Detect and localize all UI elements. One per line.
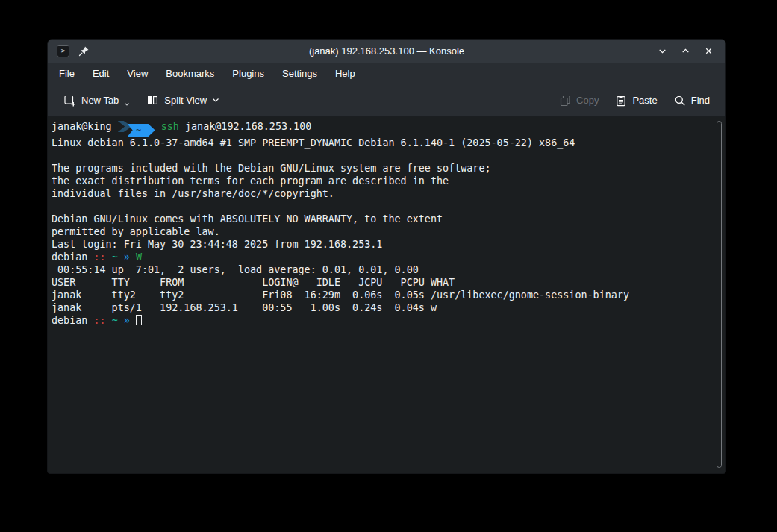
terminal-view[interactable]: janak@king ~ ssh janak@192.168.253.100Li… (48, 117, 725, 473)
split-view-icon (146, 94, 159, 107)
paste-button[interactable]: Paste (610, 90, 662, 111)
scrollbar-thumb[interactable] (717, 121, 722, 468)
konsole-app-icon[interactable]: > (57, 45, 69, 57)
new-tab-button[interactable]: New Tab (58, 90, 135, 111)
terminal-line: USER TTY FROM LOGIN@ IDLE JCPU PCPU WHAT (52, 276, 712, 289)
terminal-line: the exact distribution terms for each pr… (52, 175, 712, 187)
paste-label: Paste (632, 95, 657, 106)
terminal-line (52, 200, 712, 213)
menu-plugins[interactable]: Plugins (223, 63, 273, 84)
copy-button[interactable]: Copy (554, 90, 604, 111)
find-button[interactable]: Find (669, 90, 715, 111)
terminal-line: debian :: ~ » W (52, 251, 712, 263)
terminal-line: janak@king ~ ssh janak@192.168.253.100 (52, 120, 712, 137)
search-icon (674, 95, 686, 107)
split-view-label: Split View (164, 95, 207, 106)
konsole-window: > (janak) 192.168.253.100 — Konsole File… (47, 39, 726, 474)
terminal-line: The programs included with the Debian GN… (52, 162, 712, 175)
new-tab-label: New Tab (81, 95, 119, 106)
terminal-line: Linux debian 6.1.0-37-amd64 #1 SMP PREEM… (52, 137, 712, 149)
terminal-line: Debian GNU/Linux comes with ABSOLUTELY N… (52, 213, 712, 225)
terminal-line (52, 149, 712, 162)
menu-bookmarks[interactable]: Bookmarks (157, 63, 223, 84)
split-view-button[interactable]: Split View (141, 90, 225, 111)
paste-icon (615, 95, 627, 107)
toolbar: New Tab Split View (48, 84, 725, 117)
pin-icon[interactable] (78, 46, 90, 57)
terminal-cursor (136, 315, 142, 325)
menu-file[interactable]: File (50, 63, 84, 84)
copy-icon (559, 95, 571, 107)
terminal-line: debian :: ~ » (52, 314, 712, 327)
window-title: (janak) 192.168.253.100 — Konsole (48, 46, 725, 57)
menu-view[interactable]: View (118, 63, 157, 84)
terminal-line: 00:55:14 up 7:01, 2 users, load average:… (52, 263, 712, 276)
scrollbar[interactable] (716, 119, 723, 469)
terminal-lines: janak@king ~ ssh janak@192.168.253.100Li… (52, 120, 712, 327)
powerline-segment: ~ (128, 124, 155, 137)
terminal-line: janak tty2 tty2 Fri08 16:29m 0.06s 0.05s… (52, 289, 712, 301)
chevron-down-icon (124, 102, 130, 107)
menu-edit[interactable]: Edit (84, 63, 118, 84)
minimize-button[interactable] (654, 43, 670, 60)
new-tab-icon (63, 94, 76, 107)
terminal-line: janak pts/1 192.168.253.1 00:55 1.00s 0.… (52, 301, 712, 314)
terminal-line: permitted by applicable law. (52, 225, 712, 238)
copy-label: Copy (576, 95, 599, 106)
chevron-down-icon (212, 98, 219, 103)
terminal-line: individual files in /usr/share/doc/*/cop… (52, 187, 712, 200)
menubar: File Edit View Bookmarks Plugins Setting… (48, 63, 725, 84)
find-label: Find (691, 95, 710, 106)
maximize-button[interactable] (677, 43, 693, 60)
titlebar: > (janak) 192.168.253.100 — Konsole (48, 40, 725, 63)
menu-settings[interactable]: Settings (273, 63, 326, 84)
menu-help[interactable]: Help (326, 63, 364, 84)
terminal-line: Last login: Fri May 30 23:44:48 2025 fro… (52, 238, 712, 251)
close-button[interactable] (700, 43, 717, 60)
